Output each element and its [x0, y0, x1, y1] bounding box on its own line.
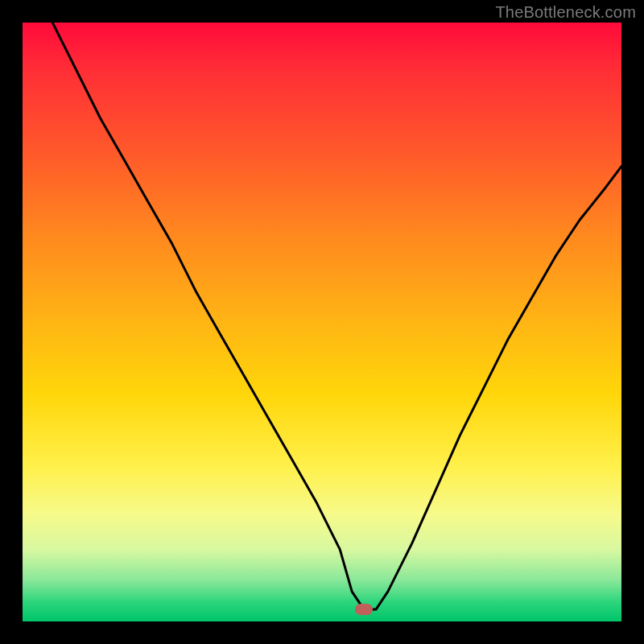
chart-frame: TheBottleneck.com — [0, 0, 644, 644]
bottleneck-curve — [23, 23, 621, 621]
watermark-text: TheBottleneck.com — [495, 3, 636, 22]
minimum-marker — [355, 604, 373, 615]
curve-path — [52, 23, 621, 609]
plot-area — [23, 23, 621, 621]
